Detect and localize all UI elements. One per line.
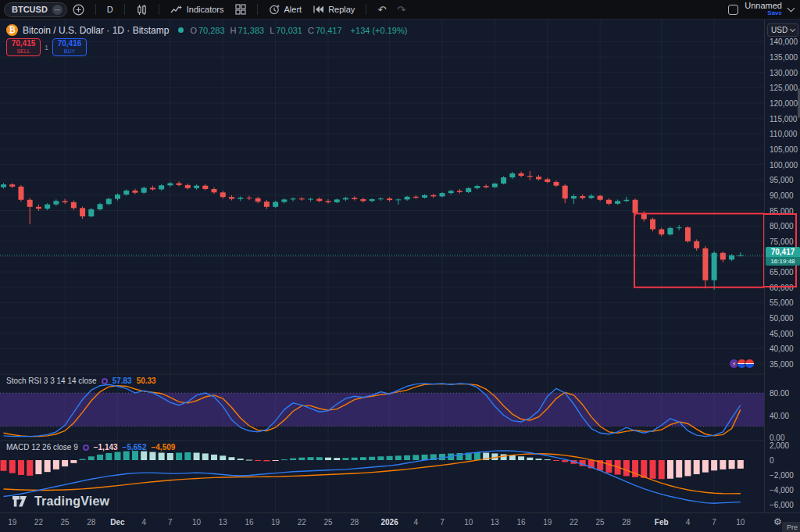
time-axis-label: 10 xyxy=(192,518,201,527)
chart-legend: ₿ Bitcoin / U.S. Dollar · 1D · Bitstamp … xyxy=(6,24,407,36)
minds-badges[interactable]: ⚡ xyxy=(731,359,755,369)
time-axis-label: 25 xyxy=(596,518,605,527)
toolbar-divider xyxy=(257,4,258,15)
interval-label: D xyxy=(107,5,113,14)
alert-label: Alert xyxy=(284,5,302,14)
replay-button[interactable]: Replay xyxy=(307,0,360,19)
price-axis-label: 105,000 xyxy=(770,145,798,154)
time-axis-label: 13 xyxy=(491,518,499,527)
top-toolbar: BTCUSD ⋯ D xyxy=(0,0,800,20)
redo-button[interactable]: ↷ xyxy=(391,0,411,19)
sell-button[interactable]: 70,415 SELL xyxy=(6,38,41,56)
stoch-d-value: 50.33 xyxy=(137,377,156,385)
corner-hint: Pre xyxy=(782,522,800,532)
toolbar-divider xyxy=(95,4,96,15)
time-axis-label: 7 xyxy=(440,518,445,527)
gear-icon[interactable]: ⚙ xyxy=(773,516,782,527)
trade-buttons: 70,415 SELL 1 70,416 BUY xyxy=(6,38,87,56)
price-axis-label: 100,000 xyxy=(770,161,798,170)
price-axis-label: 140,000 xyxy=(770,37,798,46)
tradingview-app: BTCUSD ⋯ D xyxy=(0,0,800,532)
price-axis-label: 125,000 xyxy=(770,84,798,92)
buy-button[interactable]: 70,416 BUY xyxy=(52,38,87,56)
macd-axis-label: −2,000 xyxy=(770,471,794,480)
time-axis-label: 16 xyxy=(245,518,253,527)
chart-style-button[interactable] xyxy=(130,0,153,19)
grid-squares-icon xyxy=(235,4,246,15)
undo-icon: ↶ xyxy=(377,5,386,15)
chevron-down-icon xyxy=(790,27,795,32)
price-axis-label: 90,000 xyxy=(770,191,794,200)
price-axis-label: 40,000 xyxy=(770,345,794,353)
time-axis-label: 13 xyxy=(219,518,227,527)
indicator-templates-button[interactable] xyxy=(230,0,252,19)
layout-panel-icon[interactable] xyxy=(728,5,738,15)
alert-clock-icon xyxy=(269,4,280,16)
macd-axis-label: −6,000 xyxy=(770,501,794,509)
symbol-menu-icon[interactable]: ⋯ xyxy=(52,5,62,15)
plus-circle-icon xyxy=(73,4,84,16)
stoch-axis-label: 40.00 xyxy=(770,412,789,420)
chevron-down-icon[interactable] xyxy=(788,5,795,12)
price-axis-label: 135,000 xyxy=(770,53,798,62)
time-axis-label: 28 xyxy=(87,518,95,527)
chart-area[interactable]: ₿ Bitcoin / U.S. Dollar · 1D · Bitstamp … xyxy=(0,20,800,532)
time-axis-label: 10 xyxy=(464,518,473,527)
time-axis-label: 25 xyxy=(323,518,332,527)
symbol-label: BTCUSD xyxy=(12,5,48,14)
undo-button[interactable]: ↶ xyxy=(372,0,391,19)
chart-canvas[interactable] xyxy=(0,20,764,512)
time-axis-label: 25 xyxy=(61,518,70,527)
indicator-source-icon xyxy=(102,378,108,384)
price-axis[interactable]: USD 70,417 16:19:48 140,000135,000130,00… xyxy=(764,20,800,512)
time-axis-label: 22 xyxy=(298,518,306,527)
indicators-button[interactable]: Indicators xyxy=(165,0,230,19)
indicators-icon xyxy=(170,4,183,15)
spread-value: 1 xyxy=(45,44,48,52)
price-axis-label: 55,000 xyxy=(770,298,794,307)
replay-label: Replay xyxy=(328,5,355,14)
symbol-title[interactable]: Bitcoin / U.S. Dollar · 1D · Bitstamp xyxy=(23,25,169,36)
time-axis-label: 19 xyxy=(8,518,16,527)
price-axis-label: 35,000 xyxy=(770,360,794,369)
interval-button[interactable]: D xyxy=(102,0,119,19)
watermark-text: TradingView xyxy=(34,495,109,509)
time-axis-label: 4 xyxy=(686,518,691,527)
time-axis-label: 16 xyxy=(517,518,526,527)
alert-button[interactable]: Alert xyxy=(263,0,308,19)
currency-select[interactable]: USD xyxy=(767,23,798,37)
stoch-band xyxy=(0,393,764,427)
macd-axis-label: 0 xyxy=(770,456,774,465)
indicator-source-icon xyxy=(83,445,89,451)
compare-add-symbol-button[interactable] xyxy=(67,0,90,19)
tradingview-logo-icon xyxy=(12,496,29,508)
layout-name: Unnamed xyxy=(745,2,782,9)
candlestick-icon xyxy=(136,4,148,16)
time-axis-label: Feb xyxy=(655,518,669,527)
stoch-rsi-legend[interactable]: Stoch RSI 3 3 14 14 close 57.83 50.33 xyxy=(6,377,156,385)
market-status-icon[interactable] xyxy=(178,27,184,33)
macd-axis-label: −4,000 xyxy=(770,486,794,495)
stoch-rsi-title: Stoch RSI 3 3 14 14 close xyxy=(6,377,97,385)
price-axis-label: 130,000 xyxy=(770,69,798,77)
time-axis[interactable]: ⚙ Pre 19222528Dec47101316192225282026471… xyxy=(0,512,800,532)
symbol-search-button[interactable]: BTCUSD ⋯ xyxy=(4,2,67,17)
ohlc-values: O70,283 H71,383 L70,031 C70,417 xyxy=(190,26,345,35)
stoch-k-value: 57.83 xyxy=(112,377,132,385)
macd-legend[interactable]: MACD 12 26 close 9 −1,143 −5,652 −4,509 xyxy=(6,443,175,452)
macd-histogram xyxy=(1,451,744,479)
time-axis-label: 7 xyxy=(712,518,716,527)
change-value: +134 (+0.19%) xyxy=(351,26,408,35)
price-axis-label: 75,000 xyxy=(770,237,794,246)
save-link[interactable]: Save xyxy=(767,9,782,17)
currency-label: USD xyxy=(771,26,788,34)
layout-menu[interactable]: Unnamed Save xyxy=(745,2,782,17)
time-axis-label: Dec xyxy=(110,518,124,527)
toolbar-divider xyxy=(366,4,366,15)
toolbar-divider xyxy=(159,4,159,15)
bar-countdown: 16:19:48 xyxy=(766,257,800,266)
redo-icon: ↷ xyxy=(397,5,405,15)
stoch-axis-label: 80.00 xyxy=(770,389,789,398)
price-axis-label: 65,000 xyxy=(770,268,794,277)
reaction-badge-icon xyxy=(745,359,755,369)
